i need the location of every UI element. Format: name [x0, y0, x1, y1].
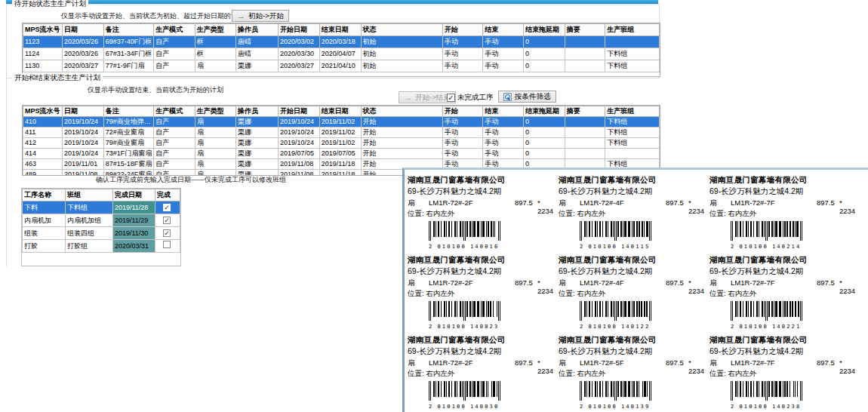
column-header[interactable]: 操作员	[236, 24, 279, 36]
label-project: 69-长沙万科魅力之城4.2期	[559, 266, 706, 277]
table-cell: 自产	[154, 60, 195, 72]
table-cell: 唐晴	[236, 36, 279, 48]
label-width: 897.5	[515, 278, 533, 287]
column-header[interactable]: 工序名称	[23, 189, 66, 201]
table-cell: 手动	[483, 117, 524, 128]
table-cell: 2019/11/18	[319, 170, 361, 177]
table-cell	[565, 117, 605, 128]
column-header[interactable]: MPS流水号	[23, 106, 63, 117]
label-company: 湖南亘晟门窗幕墙有限公司	[559, 255, 706, 266]
table-cell: 2020/03/18	[319, 36, 361, 48]
unfinished-process-checkbox[interactable]: ✓ 未完成工序	[447, 93, 494, 103]
column-header[interactable]: 日期	[62, 106, 103, 117]
column-header[interactable]: 结束日期	[319, 106, 361, 117]
table-cell: 2019/10/24	[62, 149, 103, 159]
label-width: 897.5	[817, 358, 835, 367]
column-header[interactable]: 生产模式	[154, 106, 195, 117]
column-header[interactable]: 摘要	[565, 24, 605, 36]
column-header[interactable]: 生产班组	[605, 106, 660, 117]
table-cell: 初始	[361, 36, 442, 48]
table-cell: 79#商业窗扇	[103, 138, 154, 149]
table-cell: 2020/03/02	[278, 36, 319, 48]
table-cell: 初始	[361, 60, 442, 72]
column-header[interactable]: 开始	[442, 24, 483, 36]
label-position-value: 右内左外	[577, 209, 605, 217]
column-header[interactable]: 结束拖延期	[523, 24, 565, 36]
table-cell: 自产	[154, 159, 195, 170]
table-cell: 2020/04/07	[319, 48, 361, 60]
table-cell: 下料组	[605, 48, 660, 60]
row-checkbox-icon[interactable]: ✓	[163, 229, 171, 237]
barcode-svg	[580, 381, 651, 401]
table-cell: 2020/03/27	[278, 60, 319, 72]
table-cell: 2019/11/02	[319, 138, 361, 149]
barcode-svg	[731, 221, 802, 241]
table-row[interactable]: 11242020/03/2667#31-34F门框自产框唐晴2020/03/30…	[23, 48, 660, 60]
checkbox-icon[interactable]: ✓	[447, 94, 455, 102]
table-row[interactable]: 11302020/03/2777#1-9F门扇自产扇栗娜2020/03/2720…	[23, 60, 660, 72]
table-row[interactable]: 4122019/10/2479#商业窗扇自产扇栗娜2019/10/242019/…	[23, 138, 660, 149]
column-header[interactable]: 班组	[66, 189, 113, 201]
column-header[interactable]: 状态	[361, 106, 442, 117]
table-cell: 内扇机加	[23, 214, 66, 227]
column-header[interactable]: 备注	[103, 24, 154, 36]
table-row[interactable]: 4142019/10/2473#1F门扇窗扇自产扇栗娜2019/07/05201…	[23, 149, 660, 159]
column-header[interactable]: 摘要	[565, 106, 605, 117]
product-label: 湖南亘晟门窗幕墙有限公司69-长沙万科魅力之城4.2期扇LM1R-72#-7F8…	[709, 335, 857, 412]
column-header[interactable]: 日期	[62, 24, 103, 36]
table-cell: 0	[523, 60, 565, 72]
row-checkbox-icon[interactable]: ✓	[163, 217, 171, 224]
barcode: 2010100140238	[731, 381, 857, 410]
table-row[interactable]: 4102019/10/2479#商业地弹…自产扇栗娜2019/10/242019…	[23, 117, 660, 128]
label-position-key: 位置:	[559, 289, 575, 297]
started-plans-title: 开始和结束状态主生产计划	[12, 73, 103, 83]
process-confirm-note: 确认工序完成前先输入完成日期——仅未完成工序可以修改班组	[96, 175, 286, 185]
column-header[interactable]: 生产类型	[195, 24, 235, 36]
product-label: 湖南亘晟门窗幕墙有限公司69-长沙万科魅力之城4.2期扇LM1R-72#-2F8…	[408, 175, 556, 255]
table-cell: 自产	[154, 149, 195, 159]
row-checkbox-icon[interactable]: ✓	[163, 204, 171, 211]
start-to-end-label: 开始->结束	[415, 93, 451, 103]
table-cell: 下料组	[605, 117, 660, 128]
column-header[interactable]: 开始日期	[278, 24, 319, 36]
column-header[interactable]: 生产模式	[154, 24, 195, 36]
column-header[interactable]: 操作员	[236, 106, 279, 117]
column-header[interactable]: 完成	[155, 189, 180, 201]
column-header[interactable]: 开始日期	[278, 106, 319, 117]
table-cell: 1124	[23, 48, 63, 60]
table-cell: 扇	[195, 159, 235, 170]
table-cell: 414	[23, 149, 63, 159]
column-header[interactable]: 状态	[361, 24, 442, 36]
table-row[interactable]: 11232020/03/2669#37-40F门框自产框唐晴2020/03/02…	[23, 36, 660, 48]
table-row[interactable]: 4112019/10/2472#商业窗扇自产扇栗娜2019/10/242019/…	[23, 128, 660, 138]
column-header[interactable]: 备注	[103, 106, 154, 117]
process-row[interactable]: 组装组装四组2019/11/30✓	[23, 227, 180, 240]
barcode: 2010100140030	[429, 381, 556, 410]
process-table[interactable]: 工序名称班组完成日期完成下料下料组2019/11/28✓内扇机加内扇机加组201…	[21, 188, 181, 266]
row-checkbox-icon[interactable]	[163, 241, 171, 248]
filter-by-condition-button[interactable]: 按条件筛选	[498, 91, 556, 103]
label-position-key: 位置:	[709, 289, 726, 297]
column-header[interactable]: 生产班组	[605, 24, 660, 36]
process-row[interactable]: 下料下料组2019/11/28✓	[23, 201, 180, 214]
process-row[interactable]: 内扇机加内扇机加组2019/11/29✓	[23, 214, 180, 227]
init-to-start-button[interactable]: → 初始->开始	[232, 10, 289, 22]
column-header[interactable]: 结束	[483, 106, 524, 117]
started-plans-table[interactable]: MPS流水号日期备注生产模式生产类型操作员开始日期结束日期状态开始结束结束拖延期…	[22, 105, 660, 176]
table-cell: 72#商业窗扇	[103, 128, 154, 138]
table-cell: 0	[523, 138, 565, 149]
barcode: 2010100140122	[580, 301, 706, 330]
column-header[interactable]: 结束日期	[319, 24, 361, 36]
column-header[interactable]: 结束	[483, 24, 524, 36]
process-row[interactable]: 打胶打胶组2020/03/31	[23, 240, 180, 253]
column-header[interactable]: 结束拖延期	[523, 106, 565, 117]
product-label: 湖南亘晟门窗幕墙有限公司69-长沙万科魅力之城4.2期扇LM1R-72#-4F8…	[559, 255, 706, 335]
barcode-svg	[731, 381, 802, 401]
pending-plans-table[interactable]: MPS流水号日期备注生产模式生产类型操作员开始日期结束日期状态开始结束结束拖延期…	[22, 23, 660, 77]
done-cell: ✓	[155, 214, 180, 227]
label-project: 69-长沙万科魅力之城4.2期	[709, 266, 857, 277]
column-header[interactable]: MPS流水号	[23, 24, 63, 36]
column-header[interactable]: 开始	[442, 106, 483, 117]
column-header[interactable]: 生产类型	[195, 106, 235, 117]
column-header[interactable]: 完成日期	[113, 189, 155, 201]
